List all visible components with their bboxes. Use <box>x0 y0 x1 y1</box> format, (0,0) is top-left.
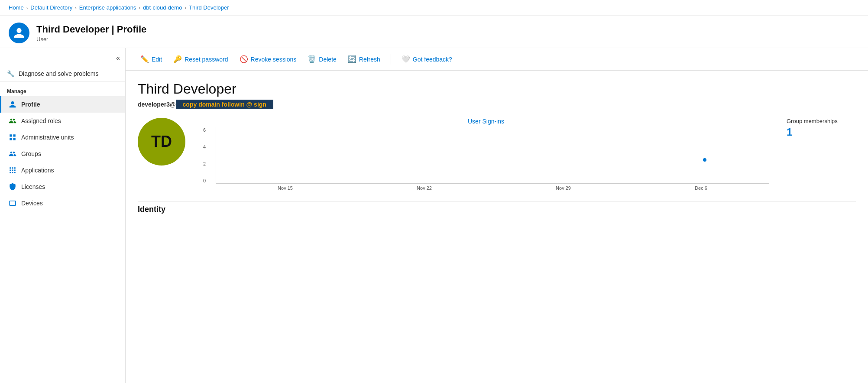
assigned-roles-icon <box>8 117 17 125</box>
feedback-label: Got feedback? <box>413 56 452 63</box>
svg-rect-8 <box>12 170 13 171</box>
page-subtitle: User <box>36 36 146 42</box>
svg-rect-6 <box>14 167 16 169</box>
breadcrumb-default-directory[interactable]: Default Directory <box>30 4 72 11</box>
page-header: Third Developer | Profile User <box>0 16 868 48</box>
chart-y-labels: 6 4 2 0 <box>203 127 207 183</box>
reset-password-label: Reset password <box>185 56 228 63</box>
sidebar-item-assigned-roles[interactable]: Assigned roles <box>0 113 125 129</box>
diagnose-label: Diagnose and solve problems <box>19 70 98 77</box>
collapse-button[interactable]: « <box>116 54 120 62</box>
sidebar: « 🔧 Diagnose and solve problems Manage P… <box>0 48 126 383</box>
reset-password-button[interactable]: 🔑 Reset password <box>169 52 232 66</box>
edit-label: Edit <box>152 56 162 63</box>
chart-title: User Sign-ins <box>203 118 769 125</box>
group-memberships: Group memberships 1 <box>787 118 856 138</box>
key-icon: 🔑 <box>173 55 182 63</box>
edit-icon: ✏️ <box>140 55 149 63</box>
revoke-sessions-label: Revoke sessions <box>251 56 297 63</box>
sidebar-assigned-roles-label: Assigned roles <box>21 117 61 124</box>
sidebar-admin-units-label: Administrative units <box>21 134 74 141</box>
chart-data-point <box>703 158 706 162</box>
breadcrumb-home[interactable]: Home <box>9 4 24 11</box>
sidebar-groups-label: Groups <box>21 150 41 157</box>
svg-rect-7 <box>10 170 11 171</box>
administrative-units-icon <box>8 133 17 142</box>
group-memberships-value[interactable]: 1 <box>787 126 856 138</box>
sign-in-chart: 6 4 2 0 <box>216 127 769 184</box>
section-divider <box>138 201 856 201</box>
profile-content: Third Developer developer3@ copy domain … <box>126 71 868 224</box>
breadcrumb: Home › Default Directory › Enterprise ap… <box>0 0 868 16</box>
group-memberships-label: Group memberships <box>787 118 856 124</box>
sidebar-licenses-label: Licenses <box>21 183 45 190</box>
applications-icon <box>8 166 17 175</box>
breadcrumb-third-developer[interactable]: Third Developer <box>189 4 229 11</box>
content-area: ✏️ Edit 🔑 Reset password 🚫 Revoke sessio… <box>126 48 868 383</box>
edit-button[interactable]: ✏️ Edit <box>136 52 166 66</box>
toolbar-divider <box>391 54 391 65</box>
svg-rect-11 <box>12 172 13 173</box>
profile-icon <box>8 100 17 109</box>
feedback-button[interactable]: 🤍 Got feedback? <box>397 52 457 66</box>
sidebar-applications-label: Applications <box>21 167 54 174</box>
sidebar-devices-label: Devices <box>21 200 43 207</box>
heart-icon: 🤍 <box>402 55 410 63</box>
svg-rect-2 <box>10 138 12 140</box>
email-prefix: developer3@ <box>138 101 176 108</box>
manage-label: Manage <box>0 85 125 96</box>
breadcrumb-enterprise-applications[interactable]: Enterprise applications <box>79 4 136 11</box>
sidebar-collapse[interactable]: « <box>0 52 125 66</box>
svg-rect-10 <box>10 172 11 173</box>
identity-heading: Identity <box>138 205 856 214</box>
devices-icon <box>8 199 17 208</box>
delete-button[interactable]: 🗑️ Delete <box>303 52 340 66</box>
page-title: Third Developer | Profile <box>36 24 146 35</box>
sidebar-profile-label: Profile <box>21 101 40 108</box>
avatar: TD <box>138 118 185 166</box>
licenses-icon <box>8 182 17 191</box>
groups-icon <box>8 149 17 158</box>
user-icon <box>9 23 29 43</box>
svg-rect-9 <box>14 170 16 171</box>
email-domain-highlight[interactable]: copy domain followin @ sign <box>176 100 273 109</box>
delete-label: Delete <box>319 56 336 63</box>
sidebar-item-devices[interactable]: Devices <box>0 195 125 211</box>
avatar-stats-row: TD User Sign-ins 6 4 2 0 <box>138 118 856 191</box>
svg-rect-1 <box>13 134 16 136</box>
trash-icon: 🗑️ <box>308 55 316 63</box>
wrench-icon: 🔧 <box>7 70 14 77</box>
toolbar: ✏️ Edit 🔑 Reset password 🚫 Revoke sessio… <box>126 48 868 71</box>
sidebar-item-licenses[interactable]: Licenses <box>0 179 125 195</box>
refresh-icon: 🔄 <box>348 55 356 63</box>
svg-rect-12 <box>14 172 16 173</box>
user-email-row: developer3@ copy domain followin @ sign <box>138 100 856 109</box>
svg-rect-3 <box>13 138 16 140</box>
breadcrumb-dbt-cloud-demo[interactable]: dbt-cloud-demo <box>143 4 182 11</box>
svg-rect-4 <box>10 167 11 169</box>
svg-rect-5 <box>12 167 13 169</box>
revoke-sessions-button[interactable]: 🚫 Revoke sessions <box>235 52 301 66</box>
user-name-large: Third Developer <box>138 81 856 97</box>
chart-x-labels: Nov 15 Nov 22 Nov 29 Dec 6 <box>216 185 769 191</box>
sidebar-item-groups[interactable]: Groups <box>0 146 125 162</box>
sidebar-diagnose[interactable]: 🔧 Diagnose and solve problems <box>0 66 125 81</box>
sidebar-item-administrative-units[interactable]: Administrative units <box>0 129 125 146</box>
sidebar-item-profile[interactable]: Profile <box>0 96 125 113</box>
revoke-icon: 🚫 <box>240 55 248 63</box>
refresh-label: Refresh <box>359 56 380 63</box>
chart-area: User Sign-ins 6 4 2 0 <box>203 118 769 191</box>
sidebar-item-applications[interactable]: Applications <box>0 162 125 179</box>
refresh-button[interactable]: 🔄 Refresh <box>343 52 385 66</box>
svg-rect-0 <box>10 134 12 136</box>
